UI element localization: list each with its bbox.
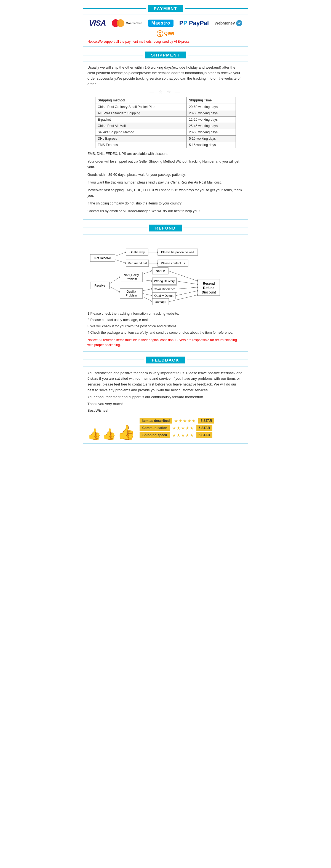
refund-box: Not Receive On the way Please be patient… xyxy=(83,234,248,351)
shipment-note: Moveover, fast shipping EMS, DHL, FEDEX … xyxy=(87,187,244,198)
table-cell: 20-60 working days xyxy=(187,110,236,116)
table-cell: China Post Air Mail xyxy=(95,123,187,129)
svg-text:Resend: Resend xyxy=(203,282,215,285)
thumbs-up: 👍 👍 👍 xyxy=(87,425,135,439)
feedback-ratings: 👍 👍 👍 Item as described★★★★★5 STARCommun… xyxy=(87,418,244,439)
table-row: China Post Air Mail25-45 working days xyxy=(95,123,236,129)
svg-line-33 xyxy=(143,293,152,296)
payment-header: PAYMENT xyxy=(83,5,248,12)
shipment-notes: EMS, DHL, FEDEX, UPS are available with … xyxy=(87,151,244,214)
payment-section: PAYMENT VISA MasterCard Maestro PP PayPa… xyxy=(83,5,248,46)
rating-badge: 5 STAR xyxy=(196,425,212,431)
svg-line-20 xyxy=(143,271,152,274)
payment-box: VISA MasterCard Maestro PP PayPal WebMon… xyxy=(83,14,248,46)
svg-line-23 xyxy=(143,280,152,281)
qiwi-logo: Q QIWI xyxy=(157,30,174,37)
table-cell: 20-60 working days xyxy=(187,103,236,110)
payment-notice: Notice:We support all the payment method… xyxy=(87,40,244,43)
table-cell: EMS Express xyxy=(95,142,187,148)
feedback-text: Best Wishes! xyxy=(87,408,244,413)
feedback-text: Your encouragement and support is our co… xyxy=(87,394,244,400)
rating-row: Shipping speed★★★★★5 STAR xyxy=(140,432,244,438)
table-cell: AliEPress Standard Shipping xyxy=(95,110,187,116)
svg-text:Please be patient to wait: Please be patient to wait xyxy=(161,250,194,254)
shipment-box: Usually we will ship the other within 1-… xyxy=(83,61,248,220)
col-time: Shipping Time xyxy=(187,97,236,103)
rating-badge: 5 STAR xyxy=(196,432,212,438)
svg-text:Receive: Receive xyxy=(94,284,105,287)
thumb-icon-2: 👍 xyxy=(102,429,116,439)
svg-text:Refund: Refund xyxy=(203,286,214,290)
svg-line-40 xyxy=(176,281,198,284)
refund-flow-svg: Not Receive On the way Please be patient… xyxy=(87,238,242,310)
svg-text:Quality Defect: Quality Defect xyxy=(154,294,173,297)
table-row: DHL Express5-15 working days xyxy=(95,135,236,142)
table-cell: 20-60 working days xyxy=(187,129,236,135)
shipment-header: SHIPPMENT xyxy=(83,52,248,58)
feedback-title: FEEDBACK xyxy=(146,356,185,364)
paypal-logo: PP PayPal xyxy=(179,20,209,27)
visa-logo: VISA xyxy=(89,19,106,28)
feedback-description: You satisfaction and positive feedback i… xyxy=(87,370,244,414)
svg-text:Not Quality: Not Quality xyxy=(124,273,139,277)
table-row: E-packet12-25 working days xyxy=(95,116,236,123)
svg-text:Discount: Discount xyxy=(202,290,216,294)
table-cell: Seller's Shipping Method xyxy=(95,129,187,135)
feedback-text: You satisfaction and positive feedback i… xyxy=(87,370,244,393)
refund-section: REFUND Not Receive On the way Please be … xyxy=(83,224,248,351)
thumb-icon-3: 👍 xyxy=(117,425,135,439)
svg-line-41 xyxy=(177,287,198,289)
shipment-note: EMS, DHL, FEDEX, UPS are available with … xyxy=(87,151,244,156)
svg-text:Not Receive: Not Receive xyxy=(94,256,111,259)
rating-row: Item as described★★★★★5 STAR xyxy=(140,418,244,424)
svg-line-8 xyxy=(115,259,126,263)
svg-line-30 xyxy=(143,289,152,291)
refund-note: 1.Please check the tracking information … xyxy=(87,311,244,317)
rating-label: Communication xyxy=(140,425,170,431)
refund-note: 4.Check the package and item carefully, … xyxy=(87,330,244,336)
table-cell: 25-45 working days xyxy=(187,123,236,129)
refund-note: 2.Please contact us by message, e-mail. xyxy=(87,317,244,323)
svg-text:Damage: Damage xyxy=(155,300,166,303)
shipment-description: Usually we will ship the other within 1-… xyxy=(87,65,244,87)
refund-header: REFUND xyxy=(83,224,248,231)
rating-badge: 5 STAR xyxy=(198,418,214,424)
svg-text:Quality: Quality xyxy=(127,290,136,293)
refund-diagram: Not Receive On the way Please be patient… xyxy=(87,238,244,311)
table-cell: 12-25 working days xyxy=(187,116,236,123)
col-method: Shipping method xyxy=(95,97,187,103)
payment-logos: VISA MasterCard Maestro PP PayPal WebMon… xyxy=(87,19,244,37)
svg-text:Problem: Problem xyxy=(126,294,137,297)
refund-title: REFUND xyxy=(149,224,182,231)
table-cell: China Post Ordinary Small Packet Plus xyxy=(95,103,187,110)
refund-notes: 1.Please check the tracking information … xyxy=(87,311,244,336)
table-cell: 5-15 working days xyxy=(187,135,236,142)
mastercard-logo: MasterCard xyxy=(112,19,143,27)
table-row: China Post Ordinary Small Packet Plus20-… xyxy=(95,103,236,110)
svg-text:Color Difference: Color Difference xyxy=(154,287,175,291)
shipment-section: SHIPPMENT Usually we will ship the other… xyxy=(83,52,248,220)
svg-line-42 xyxy=(176,291,198,296)
shipment-title: SHIPPMENT xyxy=(145,52,186,58)
svg-text:Returned/Lost: Returned/Lost xyxy=(128,261,147,265)
shipment-note: If the shipping company do not ship the … xyxy=(87,200,244,206)
svg-line-16 xyxy=(110,277,120,284)
shipping-table: Shipping method Shipping Time China Post… xyxy=(95,97,236,148)
rating-stars: ★★★★★ xyxy=(172,426,194,431)
svg-text:Please contact us: Please contact us xyxy=(161,261,185,265)
payment-title: PAYMENT xyxy=(148,5,184,12)
rating-label: Item as described xyxy=(140,418,172,424)
table-cell: 5-15 working days xyxy=(187,142,236,148)
maestro-logo: Maestro xyxy=(148,20,173,27)
rating-stars: ★★★★★ xyxy=(174,418,196,424)
shipment-note: Contact us by email or Ali TradeManager.… xyxy=(87,208,244,214)
svg-line-2 xyxy=(115,252,126,256)
feedback-section: FEEDBACK You satisfaction and positive f… xyxy=(83,356,248,444)
feedback-box: You satisfaction and positive feedback i… xyxy=(83,366,248,444)
svg-text:On the way: On the way xyxy=(129,250,145,254)
feedback-text: Thank you very much! xyxy=(87,401,244,407)
shipment-note: If you want the tracking number, please … xyxy=(87,180,244,185)
svg-line-26 xyxy=(110,286,120,292)
svg-text:Not Fit: Not Fit xyxy=(156,269,165,273)
refund-notice: Notice: All returned items must be in th… xyxy=(87,338,244,347)
